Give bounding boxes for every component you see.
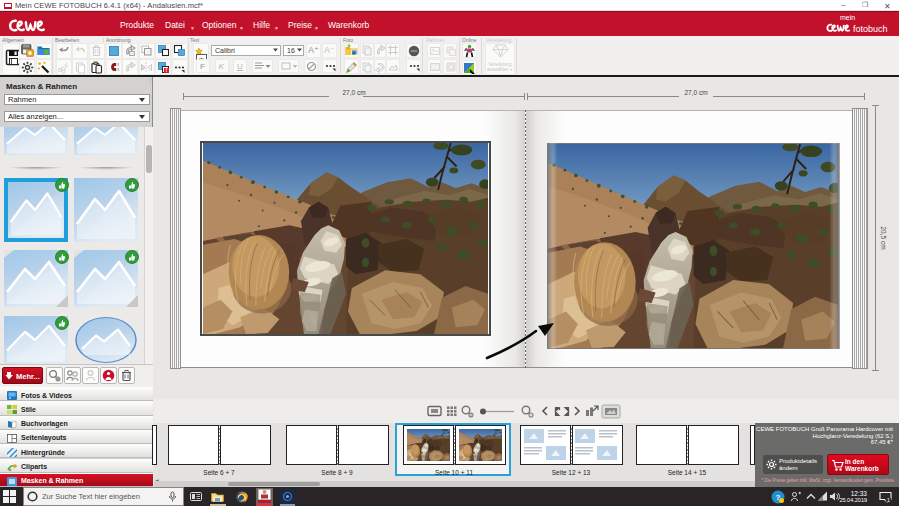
svg-text:!: ! — [165, 67, 167, 73]
svg-text:20,5 cm: 20,5 cm — [880, 226, 887, 249]
svg-text:27,0 cm: 27,0 cm — [342, 89, 365, 96]
svg-text:27,0 cm: 27,0 cm — [684, 89, 707, 96]
